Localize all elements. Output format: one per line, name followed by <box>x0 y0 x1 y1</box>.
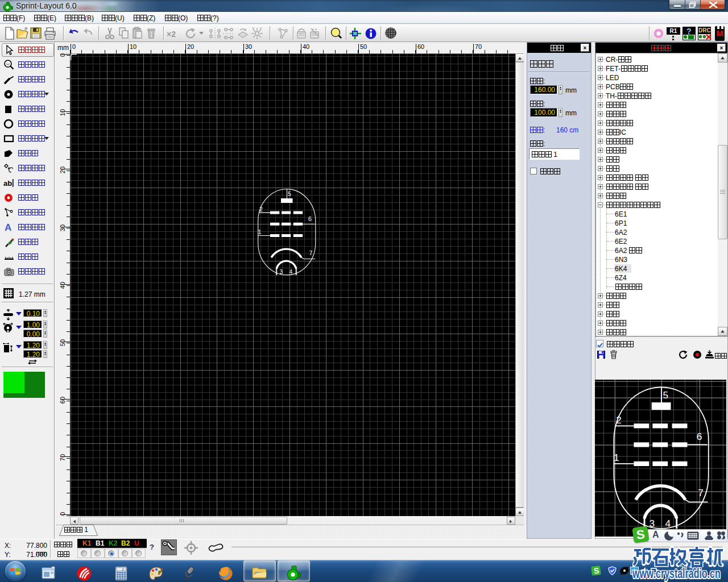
svg-text:ab: ab <box>3 179 12 188</box>
svg-text:A: A <box>5 222 11 233</box>
